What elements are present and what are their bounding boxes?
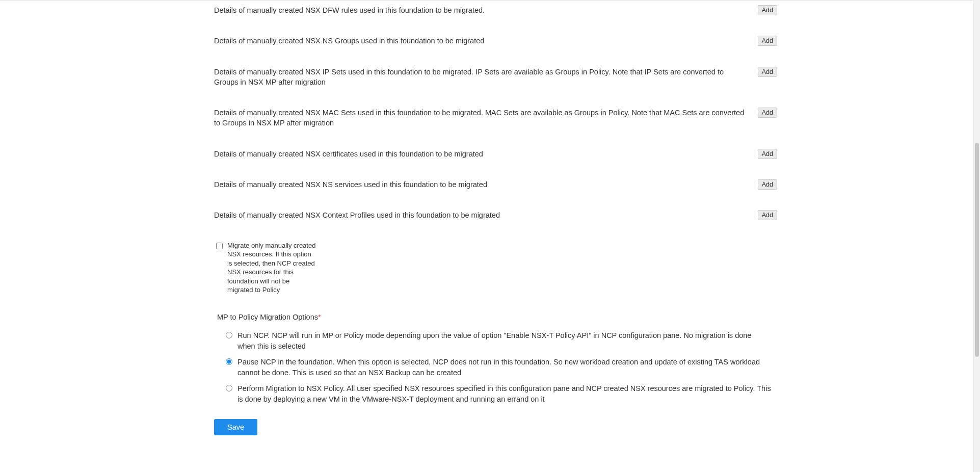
save-row: Save [214,419,786,435]
field-row-certificates: Details of manually created NSX certific… [214,149,777,159]
field-label: Details of manually created NSX certific… [214,149,748,159]
field-row-dfw: Details of manually created NSX DFW rule… [214,5,777,15]
field-label: Details of manually created NSX IP Sets … [214,67,748,88]
radio-label-perform-migration: Perform Migration to NSX Policy. All use… [237,383,771,405]
migration-options-radio-group: Run NCP. NCP will run in MP or Policy mo… [223,330,771,405]
add-button-ns-services[interactable]: Add [758,179,777,190]
scroll-thumb[interactable] [975,143,979,357]
field-row-ip-sets: Details of manually created NSX IP Sets … [214,67,777,88]
field-label: Details of manually created NSX DFW rule… [214,5,748,15]
add-button-ip-sets[interactable]: Add [758,67,777,77]
field-row-ns-groups: Details of manually created NSX NS Group… [214,36,777,46]
radio-run-ncp[interactable] [226,332,232,338]
add-button-mac-sets[interactable]: Add [758,108,777,118]
field-label: Details of manually created NSX NS servi… [214,179,748,190]
radio-pause-ncp[interactable] [226,358,232,365]
migrate-only-manual-checkbox[interactable] [216,243,223,249]
add-button-certificates[interactable]: Add [758,149,777,159]
add-button-dfw[interactable]: Add [758,5,777,15]
migrate-only-manual-row: Migrate only manually created NSX resour… [214,241,316,295]
field-label: Details of manually created NSX NS Group… [214,36,748,46]
radio-row-pause-ncp: Pause NCP in the foundation. When this o… [223,357,771,378]
migrate-only-manual-label: Migrate only manually created NSX resour… [227,241,316,295]
radio-label-run-ncp: Run NCP. NCP will run in MP or Policy mo… [237,330,771,352]
radio-row-run-ncp: Run NCP. NCP will run in MP or Policy mo… [223,330,771,352]
field-label: Details of manually created NSX Context … [214,210,748,220]
migration-options-heading-text: MP to Policy Migration Options [217,313,318,321]
field-row-mac-sets: Details of manually created NSX MAC Sets… [214,108,777,128]
page-container: Details of manually created NSX DFW rule… [0,0,980,472]
top-divider [0,1,973,1]
add-button-ns-groups[interactable]: Add [758,36,777,46]
migration-options-heading: MP to Policy Migration Options* [217,313,786,321]
add-button-context-profiles[interactable]: Add [758,210,777,220]
vertical-scrollbar[interactable] [973,0,980,472]
field-label: Details of manually created NSX MAC Sets… [214,108,748,128]
save-button[interactable]: Save [214,419,257,435]
field-row-ns-services: Details of manually created NSX NS servi… [214,179,777,190]
radio-label-pause-ncp: Pause NCP in the foundation. When this o… [237,357,771,378]
radio-perform-migration[interactable] [226,385,232,391]
required-mark: * [318,313,321,321]
field-row-context-profiles: Details of manually created NSX Context … [214,210,777,220]
radio-row-perform-migration: Perform Migration to NSX Policy. All use… [223,383,771,405]
form-content: Details of manually created NSX DFW rule… [214,0,786,435]
